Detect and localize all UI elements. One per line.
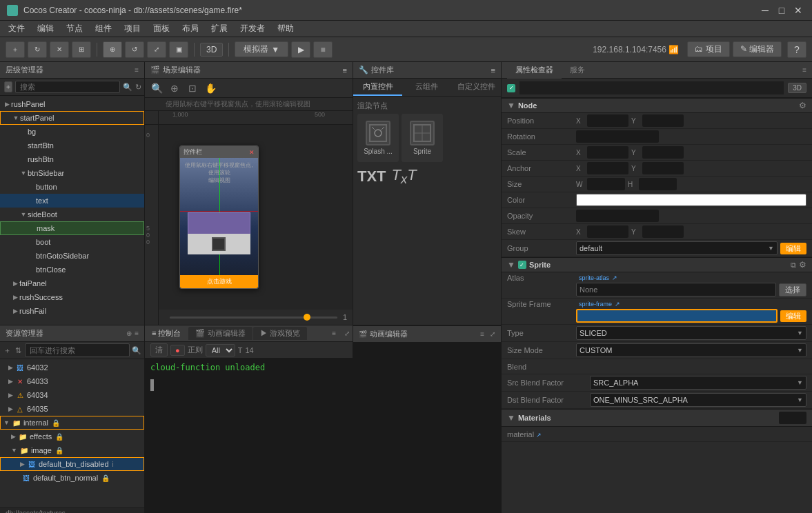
simulate-button[interactable]: 模拟器 ▼	[235, 41, 288, 57]
asset-sort-button[interactable]: ⇅	[14, 343, 23, 357]
color-picker[interactable]	[576, 194, 806, 206]
anim-panel-expand[interactable]: ⤢	[490, 330, 495, 338]
minimize-button[interactable]: ─	[758, 3, 772, 17]
tree-node-text[interactable]: text	[0, 194, 144, 208]
hierarchy-search-input[interactable]	[15, 81, 120, 93]
menu-node[interactable]: 节点	[61, 21, 88, 36]
skew-x-input[interactable]: 0	[587, 225, 628, 238]
sprite-frame-link[interactable]: sprite-frame	[579, 301, 612, 308]
size-h-input[interactable]: 1280	[639, 178, 677, 190]
sprite-frame-input[interactable]: default_btn_disabled	[576, 309, 778, 323]
menu-file[interactable]: 文件	[3, 21, 30, 36]
delete-button[interactable]: ✕	[50, 41, 69, 58]
asset-effects[interactable]: ▶ 📁 effects 🔒	[0, 430, 144, 443]
search-icon[interactable]: 🔍	[123, 83, 132, 92]
tree-node-button[interactable]: button	[0, 180, 144, 194]
scale-x-input[interactable]: 1	[587, 146, 628, 159]
asset-default-btn-normal[interactable]: 🖼 default_btn_normal 🔒	[0, 471, 144, 485]
material-link-icon[interactable]: ↗	[536, 432, 542, 439]
console-panel-menu[interactable]: ≡	[326, 330, 341, 337]
console-expand-icon[interactable]: ⤢	[341, 330, 353, 337]
console-clear-button[interactable]: 清	[150, 343, 168, 356]
menu-component[interactable]: 组件	[90, 21, 117, 36]
tree-node-btnGotoSidebar[interactable]: btnGotoSidebar	[0, 249, 144, 263]
rotate-tool[interactable]: ↺	[125, 41, 144, 58]
size-mode-dropdown[interactable]: CUSTOM ▼	[576, 343, 806, 357]
asset-add-button[interactable]: ＋	[3, 343, 12, 357]
dst-blend-dropdown[interactable]: ONE_MINUS_SRC_ALPHA ▼	[590, 393, 806, 407]
layout-button[interactable]: ⊞	[72, 41, 91, 58]
materials-count-input[interactable]: 1	[779, 412, 806, 424]
complib-menu-icon[interactable]: ≡	[491, 66, 495, 74]
node-section-gear-icon[interactable]: ⚙	[799, 101, 806, 110]
add-node-button[interactable]: ＋	[4, 81, 12, 92]
group-edit-button[interactable]: 编辑	[780, 243, 806, 254]
refresh-hierarchy-icon[interactable]: ↻	[135, 83, 141, 92]
tree-node-bg[interactable]: bg	[0, 125, 144, 139]
asset-image[interactable]: ▼ 📁 image 🔒	[0, 443, 144, 457]
tab-animation-editor[interactable]: 🎬 动画编辑器	[188, 327, 252, 340]
type-dropdown[interactable]: SLICED ▼	[576, 326, 806, 340]
comp-text-normal[interactable]: TXT	[357, 168, 386, 185]
menu-project[interactable]: 项目	[119, 21, 146, 36]
console-record-button[interactable]: ●	[170, 345, 185, 356]
anchor-y-input[interactable]: 0.5	[642, 162, 684, 174]
console-filter-select[interactable]: All	[206, 344, 235, 356]
scale-y-input[interactable]: 1	[642, 146, 684, 159]
tree-node-startPanel[interactable]: ▼ startPanel	[0, 111, 144, 125]
group-dropdown[interactable]: default ▼	[576, 241, 778, 255]
node-enabled-checkbox[interactable]: ✓	[507, 84, 515, 92]
atlas-dropdown[interactable]: None	[576, 283, 776, 296]
help-button[interactable]: ?	[787, 41, 806, 58]
asset-internal[interactable]: ▼ 📁 internal 🔒	[0, 416, 144, 430]
tab-custom-components[interactable]: 自定义控件	[452, 79, 501, 96]
atlas-select-button[interactable]: 选择	[779, 283, 806, 296]
editor-button[interactable]: ✎ 编辑器	[733, 41, 782, 57]
scale-tool[interactable]: ⤢	[147, 41, 166, 58]
tree-node-btnSidebar[interactable]: ▼ btnSidebar	[0, 166, 144, 180]
stop-button[interactable]: ■	[313, 41, 333, 58]
tree-node-btnClose[interactable]: btnClose	[0, 263, 144, 276]
tree-node-rushSuccess[interactable]: ▶ rushSuccess	[0, 290, 144, 304]
node-name-input[interactable]: mask	[519, 81, 784, 94]
inspector-menu-icon[interactable]: ≡	[802, 66, 806, 74]
menu-extend[interactable]: 扩展	[206, 21, 233, 36]
position-x-input[interactable]: 0	[587, 114, 628, 127]
project-button[interactable]: 🗂 项目	[687, 41, 729, 57]
asset-search-icon[interactable]: 🔍	[132, 343, 141, 357]
play-button[interactable]: ▶	[291, 41, 310, 58]
3d-mode-button[interactable]: 3D	[200, 43, 223, 57]
tree-node-rushFail[interactable]: ▶ rushFail	[0, 304, 144, 318]
asset-64033[interactable]: ▶ ✕ 64033	[0, 374, 144, 388]
menu-developer[interactable]: 开发者	[235, 21, 270, 36]
hierarchy-menu-icon[interactable]: ≡	[135, 66, 139, 74]
asset-64032[interactable]: ▶ 🖼 64032	[0, 361, 144, 374]
rotation-input[interactable]: 0	[576, 130, 659, 143]
sprite-atlas-link[interactable]: sprite-atlas	[579, 274, 609, 281]
tree-node-startBtn[interactable]: startBtn	[0, 139, 144, 152]
tree-node-rushBtn[interactable]: rushBtn	[0, 152, 144, 166]
scene-panel-menu[interactable]: ≡	[343, 66, 347, 74]
tree-node-rushPanel[interactable]: ▶ rushPanel	[0, 97, 144, 111]
zoom-in-button[interactable]: ⊕	[167, 81, 182, 96]
move-view-button[interactable]: ✋	[203, 81, 218, 96]
tab-builtin-components[interactable]: 内置控件	[353, 79, 402, 96]
tree-node-sideBoot[interactable]: ▼ sideBoot	[0, 208, 144, 221]
sprite-enabled-checkbox[interactable]: ✓	[518, 261, 526, 269]
tab-properties[interactable]: 属性检查器	[507, 62, 562, 79]
src-blend-dropdown[interactable]: SRC_ALPHA ▼	[590, 376, 806, 390]
rect-tool[interactable]: ▣	[169, 41, 188, 58]
comp-text-italic[interactable]: TxT	[392, 166, 417, 187]
tree-node-boot[interactable]: boot	[0, 235, 144, 249]
tab-service[interactable]: 服务	[562, 62, 593, 79]
tab-cloud-components[interactable]: 云组件	[402, 79, 451, 96]
menu-help[interactable]: 帮助	[272, 21, 299, 36]
size-w-input[interactable]: 720	[587, 178, 625, 190]
tab-console[interactable]: ≡ 控制台	[145, 327, 188, 340]
position-y-input[interactable]: 0	[642, 114, 684, 127]
skew-y-input[interactable]: 0	[642, 225, 684, 238]
sprite-section-copy-icon[interactable]: ⧉	[791, 261, 796, 270]
menu-layout[interactable]: 布局	[177, 21, 204, 36]
asset-panel-icon[interactable]: ⊕	[126, 330, 132, 337]
close-button[interactable]: ✕	[791, 3, 805, 17]
